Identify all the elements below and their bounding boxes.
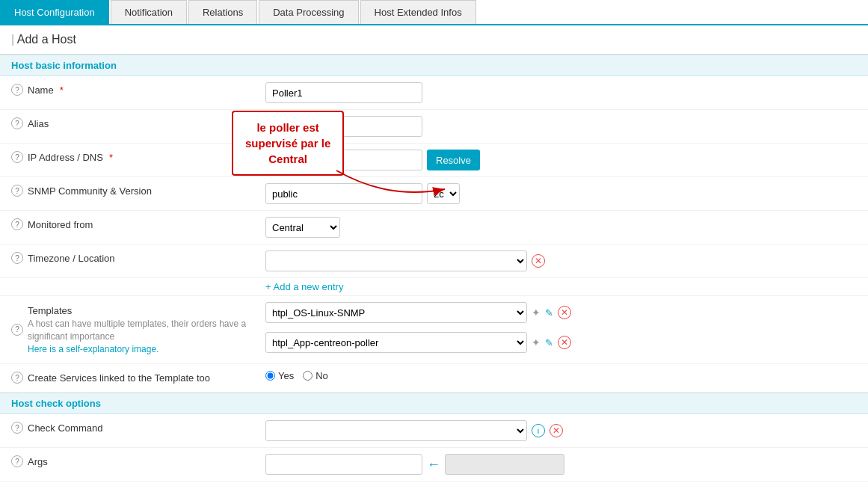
field-create-services: ? Create Services linked to the Template… [0, 364, 868, 393]
info-check-command-icon[interactable]: i [532, 424, 545, 437]
help-icon-snmp[interactable]: ? [11, 185, 23, 197]
field-args: ? Args ← [0, 448, 868, 482]
field-custom-macros-label: ? Custom macros + Add a new entry [0, 482, 868, 489]
clear-check-command-icon[interactable]: ✕ [550, 424, 563, 437]
field-templates: ? Templates A host can have multiple tem… [0, 296, 868, 364]
annotation-box: le poller estsupervisé par leCentral [232, 111, 344, 176]
arrow-left-icon[interactable]: ← [427, 457, 440, 473]
field-snmp: ? SNMP Community & Version 2c 1 3 [0, 177, 868, 211]
radio-no-text: No [316, 370, 328, 381]
remove-template-2-icon[interactable]: ✕ [558, 336, 571, 349]
help-icon-create-services[interactable]: ? [11, 372, 23, 384]
section-basic-info: Host basic information [0, 55, 868, 76]
annotation-text: le poller estsupervisé par leCentral [245, 121, 330, 165]
remove-template-1-icon[interactable]: ✕ [558, 306, 571, 319]
add-timezone-entry-link[interactable]: + Add a new entry [265, 281, 343, 292]
label-name: Name [28, 84, 54, 96]
field-timezone: ? Timezone / Location ✕ [0, 244, 868, 278]
required-name: * [60, 84, 64, 96]
help-icon-timezone[interactable]: ? [11, 252, 23, 264]
field-alias: ? Alias [0, 110, 868, 144]
required-ip: * [109, 152, 113, 163]
resolve-button[interactable]: Resolve [427, 150, 480, 170]
templates-note-link[interactable]: Here is a self-explanatory image. [28, 344, 158, 354]
tabs-bar: Host Configuration Notification Relation… [0, 0, 868, 25]
field-name: ? Name * [0, 76, 868, 110]
tab-relations[interactable]: Relations [188, 0, 257, 24]
template-row-1: htpl_OS-Linux-SNMP ✦ ✎ ✕ [265, 302, 571, 323]
tab-host-extended-infos[interactable]: Host Extended Infos [360, 0, 476, 24]
template-row-2: htpl_App-centreon-poller ✦ ✎ ✕ [265, 332, 571, 353]
label-create-services: Create Services linked to the Template t… [28, 372, 210, 384]
help-icon-check-command[interactable]: ? [11, 422, 23, 434]
select-snmp-version[interactable]: 2c 1 3 [427, 183, 460, 204]
radio-group-create-services: Yes No [265, 370, 328, 381]
section-check-options: Host check options [0, 393, 868, 414]
select-monitored-from[interactable]: Central [265, 217, 340, 238]
select-template-1[interactable]: htpl_OS-Linux-SNMP [265, 302, 527, 323]
radio-yes-label[interactable]: Yes [265, 370, 294, 381]
move-template-1-icon[interactable]: ✦ [532, 307, 541, 319]
help-icon-ip[interactable]: ? [11, 151, 23, 163]
page-title: Add a Host [0, 25, 868, 55]
label-snmp: SNMP Community & Version [28, 185, 152, 197]
help-icon-monitored[interactable]: ? [11, 218, 23, 230]
radio-yes[interactable] [265, 371, 275, 381]
label-check-command: Check Command [28, 422, 102, 434]
label-timezone: Timezone / Location [28, 253, 115, 264]
help-icon-alias[interactable]: ? [11, 117, 23, 129]
clear-timezone-icon[interactable]: ✕ [532, 254, 545, 268]
input-args[interactable] [265, 454, 422, 475]
radio-no[interactable] [303, 371, 313, 381]
help-icon-args[interactable]: ? [11, 455, 23, 467]
label-ip: IP Address / DNS [28, 152, 103, 163]
input-snmp-community[interactable] [265, 183, 422, 204]
label-args: Args [28, 456, 48, 467]
move-template-2-icon[interactable]: ✦ [532, 336, 541, 348]
help-icon-name[interactable]: ? [11, 84, 23, 96]
select-template-2[interactable]: htpl_App-centreon-poller [265, 332, 527, 353]
label-monitored: Monitored from [28, 219, 93, 230]
args-gray-box [445, 454, 564, 475]
label-templates: Templates [28, 305, 72, 316]
help-icon-templates[interactable]: ? [11, 324, 23, 336]
edit-template-2-icon[interactable]: ✎ [545, 337, 553, 348]
input-name[interactable] [265, 82, 422, 103]
field-ip-address: ? IP Address / DNS * Resolve [0, 144, 868, 177]
tab-host-configuration[interactable]: Host Configuration [0, 0, 109, 24]
field-check-command: ? Check Command i ✕ [0, 414, 868, 448]
select-check-command[interactable] [265, 420, 527, 441]
tab-notification[interactable]: Notification [111, 0, 187, 24]
label-alias: Alias [28, 118, 49, 129]
edit-template-1-icon[interactable]: ✎ [545, 307, 553, 319]
select-timezone[interactable] [265, 250, 527, 271]
tab-data-processing[interactable]: Data Processing [259, 0, 358, 24]
field-monitored-from: ? Monitored from Central [0, 211, 868, 244]
templates-note1: A host can have multiple templates, thei… [28, 318, 265, 343]
radio-yes-text: Yes [278, 370, 294, 381]
radio-no-label[interactable]: No [303, 370, 328, 381]
